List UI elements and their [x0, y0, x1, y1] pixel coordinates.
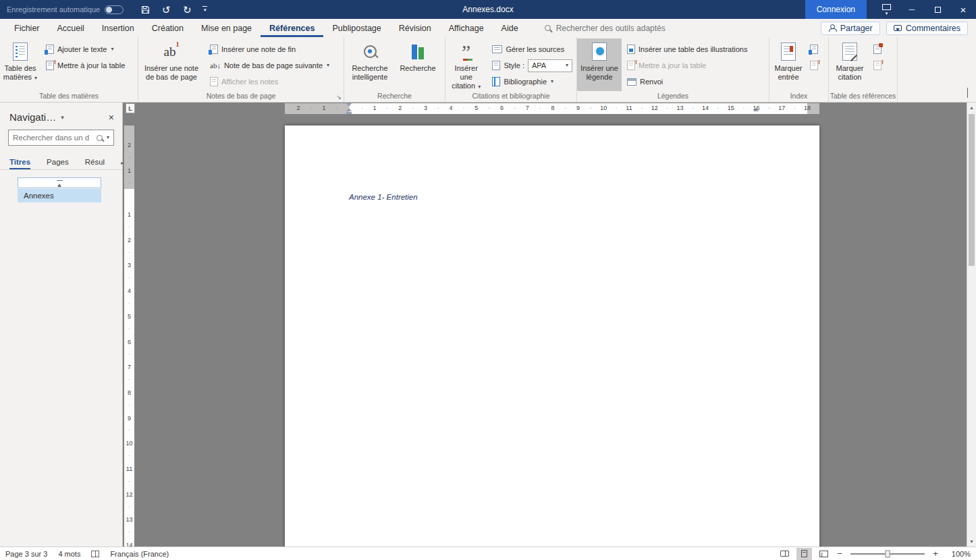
- nav-tab-titres[interactable]: Titres: [9, 158, 30, 169]
- afficher-les-notes-button[interactable]: Afficher les notes: [207, 74, 332, 90]
- tab-accueil[interactable]: Accueil: [49, 19, 93, 37]
- recherche-button[interactable]: Recherche: [396, 38, 440, 91]
- read-mode-button[interactable]: [777, 548, 792, 560]
- close-button[interactable]: ×: [950, 0, 976, 19]
- ribbon-display-options-icon[interactable]: ▾: [873, 0, 899, 19]
- ruler-tick: ·: [124, 250, 134, 256]
- inserer-note-de-fin-button[interactable]: Insérer une note de fin: [207, 41, 332, 57]
- scroll-down-icon[interactable]: ▼: [967, 536, 976, 547]
- note-suivante-button[interactable]: ab↓ Note de bas de page suivante ▾: [207, 57, 332, 74]
- tab-references[interactable]: Références: [261, 19, 323, 37]
- zoom-slider-thumb[interactable]: [886, 550, 890, 557]
- save-icon[interactable]: [140, 3, 151, 16]
- minimize-button[interactable]: ─: [899, 0, 925, 19]
- horizontal-ruler[interactable]: L 21123456789101112131415161718·········…: [123, 103, 967, 115]
- jump-to-top-item[interactable]: [18, 177, 101, 188]
- scrollbar-thumb[interactable]: [969, 114, 975, 266]
- inserer-une-legende-button[interactable]: Insérer une légende: [577, 38, 622, 91]
- v-ruler-strip[interactable]: 211234567891011121314···············: [124, 125, 134, 547]
- ruler-tick: ·: [124, 301, 134, 306]
- mettre-a-jour-table-references-button[interactable]: [871, 57, 884, 74]
- document-heading[interactable]: Annexe 1- Entretien: [349, 193, 418, 201]
- h-ruler-strip[interactable]: 21123456789101112131415161718···········…: [285, 103, 819, 114]
- web-layout-button[interactable]: [816, 548, 832, 560]
- ruler-number: 1: [124, 168, 134, 174]
- renvoi-button[interactable]: Renvoi: [624, 74, 750, 90]
- autosave-toggle-switch[interactable]: [105, 5, 124, 14]
- mettre-a-jour-la-table-button[interactable]: Mettre à jour la table: [43, 57, 128, 74]
- undo-icon[interactable]: ↺: [161, 3, 171, 16]
- autosave-toggle[interactable]: Enregistrement automatique: [7, 5, 124, 14]
- group-label: Notes de bas de page: [138, 91, 344, 101]
- navigation-search-box[interactable]: ▾: [8, 130, 114, 146]
- nav-tab-pages[interactable]: Pages: [47, 158, 69, 169]
- zoom-level[interactable]: 100%: [946, 550, 971, 558]
- search-options-icon[interactable]: ▾: [107, 135, 109, 140]
- customize-qat-icon[interactable]: ▾: [202, 6, 207, 13]
- quick-access-toolbar: ↺ ↻ ▾: [140, 3, 207, 16]
- left-indent-marker[interactable]: [346, 112, 352, 114]
- inserer-table-references-button[interactable]: [871, 41, 884, 57]
- zoom-out-button[interactable]: −: [836, 549, 844, 559]
- search-input[interactable]: [556, 24, 698, 33]
- marquer-entree-button[interactable]: Marquer entrée: [769, 38, 807, 91]
- tab-affichage[interactable]: Affichage: [440, 19, 493, 37]
- inserer-index-button[interactable]: [807, 41, 821, 57]
- marquer-citation-button[interactable]: Marquer citation: [829, 38, 871, 91]
- vertical-scrollbar[interactable]: ▲ ▼: [967, 103, 976, 547]
- tab-insertion[interactable]: Insertion: [93, 19, 143, 37]
- language-indicator[interactable]: Français (France): [110, 550, 169, 558]
- ajouter-le-texte-button[interactable]: Ajouter le texte ▾: [43, 41, 128, 57]
- tell-me-search[interactable]: [545, 19, 698, 37]
- endnote-icon: [210, 45, 218, 54]
- inserer-table-illustrations-button[interactable]: Insérer une table des illustrations: [624, 41, 750, 57]
- ruler-tick: ·: [742, 106, 744, 111]
- scroll-up-icon[interactable]: ▲: [967, 103, 976, 113]
- tab-aide[interactable]: Aide: [493, 19, 527, 37]
- word-count[interactable]: 4 mots: [58, 550, 80, 558]
- bibliographie-button[interactable]: Bibliographie ▾: [489, 74, 575, 90]
- group-table-des-references: Marquer citation Table des références: [829, 37, 898, 102]
- navigation-options-icon[interactable]: ▾: [61, 114, 64, 121]
- style-dropdown[interactable]: APA ▾: [528, 59, 572, 72]
- recherche-intelligente-button[interactable]: Recherche intelligente: [344, 38, 396, 91]
- redo-icon[interactable]: ↻: [182, 3, 192, 16]
- tab-fichier[interactable]: Fichier: [5, 19, 49, 37]
- tab-selector[interactable]: L: [126, 103, 135, 113]
- proofing-status[interactable]: [91, 551, 99, 557]
- hanging-indent-marker[interactable]: [346, 108, 352, 111]
- mettre-a-jour-index-button[interactable]: [807, 57, 821, 74]
- ruler-tick: ·: [412, 106, 414, 111]
- tab-publipostage[interactable]: Publipostage: [323, 19, 389, 37]
- inserer-note-bas-de-page-button[interactable]: ab1 Insérer une note de bas de page: [138, 38, 205, 91]
- ruler-number: 9: [576, 105, 580, 111]
- partager-button[interactable]: Partager: [821, 22, 880, 35]
- inserer-une-citation-button[interactable]: ” Insérer une citation ▾: [445, 38, 487, 91]
- ruler-tick: ·: [124, 530, 134, 535]
- print-layout-button[interactable]: [796, 548, 812, 560]
- tab-revision[interactable]: Révision: [390, 19, 440, 37]
- ruler-number: 8: [551, 105, 554, 111]
- dialog-launcher-icon[interactable]: ↘: [336, 94, 342, 101]
- zoom-slider[interactable]: [850, 553, 925, 555]
- ruler-tick: ·: [124, 225, 134, 230]
- navigation-close-icon[interactable]: ×: [109, 113, 114, 122]
- connexion-button[interactable]: Connexion: [805, 0, 867, 19]
- page-indicator[interactable]: Page 3 sur 3: [5, 550, 47, 558]
- mettre-a-jour-table-illustrations-button[interactable]: Mettre à jour la table: [624, 57, 750, 74]
- navigation-search-input[interactable]: [13, 134, 93, 142]
- maximize-button[interactable]: [925, 0, 950, 19]
- commentaires-button[interactable]: Commentaires: [886, 22, 968, 35]
- next-footnote-icon: ab↓: [210, 62, 221, 69]
- document-page[interactable]: Annexe 1- Entretien: [285, 125, 819, 547]
- collapse-ribbon-icon[interactable]: [967, 88, 968, 98]
- tab-mise-en-page[interactable]: Mise en page: [192, 19, 261, 37]
- ruler-tick: ·: [641, 106, 643, 111]
- nav-heading-annexes[interactable]: Annexes: [18, 189, 101, 202]
- tab-creation[interactable]: Création: [143, 19, 192, 37]
- first-line-indent-marker[interactable]: [346, 103, 352, 107]
- gerer-les-sources-button[interactable]: Gérer les sources: [489, 41, 575, 57]
- nav-tab-resultats[interactable]: Résul: [85, 158, 105, 169]
- zoom-in-button[interactable]: +: [931, 549, 940, 559]
- table-des-matieres-button[interactable]: Table des matières ▾: [0, 38, 40, 91]
